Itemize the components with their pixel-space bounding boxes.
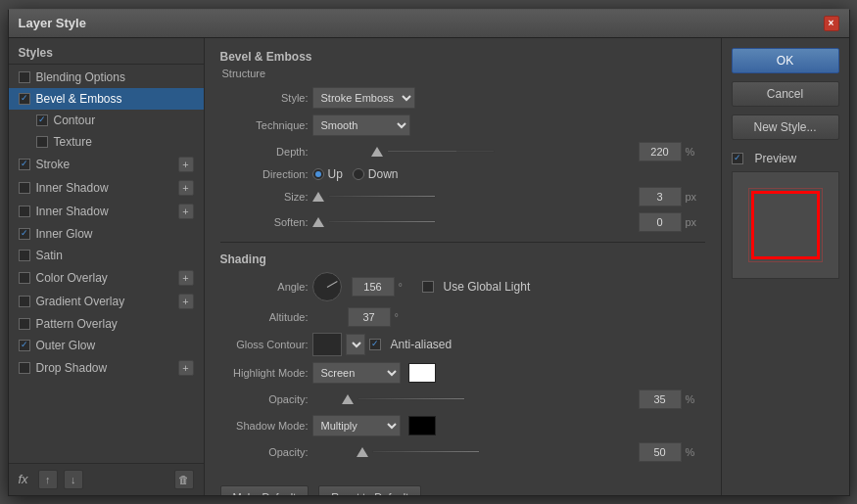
checkbox-color-overlay[interactable] xyxy=(19,272,30,284)
main-section-title: Bevel & Emboss xyxy=(220,50,705,64)
shadow-opacity-thumb[interactable] xyxy=(357,447,368,457)
checkbox-gradient-overlay[interactable] xyxy=(19,296,30,307)
sidebar-item-blending-options[interactable]: Blending Options xyxy=(9,67,204,88)
highlight-mode-select[interactable]: Screen xyxy=(312,362,401,384)
preview-label-row: Preview xyxy=(732,152,839,165)
soften-label: Soften: xyxy=(220,216,309,228)
soften-unit: px xyxy=(686,216,705,228)
add-button-inner-shadow-2[interactable]: + xyxy=(178,204,194,219)
depth-slider-thumb[interactable] xyxy=(371,147,383,157)
fx-label: fx xyxy=(19,472,28,486)
style-select[interactable]: Stroke Emboss xyxy=(312,87,415,109)
checkbox-inner-glow[interactable] xyxy=(19,228,30,240)
sidebar-item-inner-shadow-2[interactable]: Inner Shadow+ xyxy=(9,200,204,223)
anti-aliased-checkbox[interactable] xyxy=(369,339,381,350)
shadow-color-swatch[interactable] xyxy=(408,416,436,435)
preview-canvas xyxy=(732,171,839,279)
technique-select[interactable]: Smooth xyxy=(312,115,410,136)
checkbox-inner-shadow[interactable] xyxy=(19,182,30,194)
depth-slider-track[interactable] xyxy=(387,150,495,153)
delete-button[interactable]: 🗑 xyxy=(174,470,194,489)
highlight-opacity-label: Opacity: xyxy=(220,393,309,405)
sidebar-item-drop-shadow[interactable]: Drop Shadow+ xyxy=(9,356,204,380)
shadow-opacity-slider-container xyxy=(312,447,635,457)
highlight-mode-row: Highlight Mode: Screen xyxy=(220,362,705,384)
highlight-color-swatch[interactable] xyxy=(408,363,436,383)
size-slider-track[interactable] xyxy=(328,195,436,198)
checkbox-inner-shadow-2[interactable] xyxy=(19,206,30,217)
ok-button[interactable]: OK xyxy=(732,48,839,73)
preview-checkbox[interactable] xyxy=(732,153,743,164)
close-button[interactable]: × xyxy=(824,16,839,31)
checkbox-contour[interactable] xyxy=(36,115,48,126)
sidebar-item-label-bevel-emboss: Bevel & Emboss xyxy=(36,92,122,106)
contour-line xyxy=(313,342,341,354)
contour-preview[interactable] xyxy=(312,333,342,356)
highlight-mode-label: Highlight Mode: xyxy=(220,367,309,379)
soften-input[interactable]: 0 xyxy=(639,212,682,232)
depth-input[interactable]: 220 xyxy=(639,142,682,161)
soften-slider-container xyxy=(312,217,635,227)
shadow-opacity-track[interactable] xyxy=(372,450,480,453)
sidebar-item-satin[interactable]: Satin xyxy=(9,245,204,266)
direction-row: Direction: Up Down xyxy=(220,167,705,181)
shadow-mode-select[interactable]: Multiply xyxy=(312,415,401,436)
direction-up-radio[interactable] xyxy=(312,168,324,180)
size-slider-container xyxy=(312,192,635,202)
shadow-opacity-unit: % xyxy=(686,446,705,458)
contour-dropdown[interactable]: ▼ xyxy=(346,334,365,355)
reset-default-button[interactable]: Reset to Default xyxy=(318,485,421,495)
sidebar-item-inner-glow[interactable]: Inner Glow xyxy=(9,223,204,245)
highlight-opacity-input[interactable]: 35 xyxy=(639,389,682,409)
use-global-light-checkbox[interactable] xyxy=(422,281,434,293)
make-default-button[interactable]: Make Default xyxy=(220,485,309,495)
add-button-color-overlay[interactable]: + xyxy=(178,270,194,286)
move-up-button[interactable]: ↑ xyxy=(38,470,58,489)
technique-row: Technique: Smooth xyxy=(220,115,705,136)
angle-input[interactable]: 156 xyxy=(352,277,395,297)
highlight-opacity-thumb[interactable] xyxy=(342,394,354,404)
checkbox-texture[interactable] xyxy=(36,136,48,148)
sidebar-item-gradient-overlay[interactable]: Gradient Overlay+ xyxy=(9,290,204,313)
add-button-stroke[interactable]: + xyxy=(178,157,194,172)
checkbox-pattern-overlay[interactable] xyxy=(19,318,30,330)
add-button-inner-shadow[interactable]: + xyxy=(178,180,194,196)
sidebar-item-bevel-emboss[interactable]: Bevel & Emboss xyxy=(9,88,204,110)
checkbox-stroke[interactable] xyxy=(19,159,30,170)
highlight-opacity-track[interactable] xyxy=(357,397,465,400)
sidebar-item-stroke[interactable]: Stroke+ xyxy=(9,153,204,176)
shadow-opacity-input[interactable]: 50 xyxy=(639,442,682,462)
direction-up-option[interactable]: Up xyxy=(312,167,343,181)
move-down-button[interactable]: ↓ xyxy=(64,470,83,489)
left-panel-footer: fx ↑ ↓ 🗑 xyxy=(9,463,204,495)
altitude-input[interactable]: 37 xyxy=(348,307,391,327)
checkbox-outer-glow[interactable] xyxy=(19,340,30,351)
size-slider-thumb[interactable] xyxy=(312,192,324,202)
sidebar-item-label-outer-glow: Outer Glow xyxy=(36,339,96,352)
size-input[interactable]: 3 xyxy=(639,187,682,206)
dialog-body: Styles Blending OptionsBevel & EmbossCon… xyxy=(9,38,849,495)
checkbox-bevel-emboss[interactable] xyxy=(19,93,30,105)
highlight-opacity-slider-container xyxy=(312,394,635,404)
sidebar-item-label-satin: Satin xyxy=(36,249,63,262)
sidebar-item-label-color-overlay: Color Overlay xyxy=(36,271,108,285)
direction-down-radio[interactable] xyxy=(353,168,364,180)
soften-slider-track[interactable] xyxy=(328,220,436,223)
sidebar-item-color-overlay[interactable]: Color Overlay+ xyxy=(9,266,204,290)
checkbox-drop-shadow[interactable] xyxy=(19,362,30,374)
angle-circle[interactable] xyxy=(312,272,342,301)
add-button-gradient-overlay[interactable]: + xyxy=(178,294,194,309)
preview-section: Preview xyxy=(732,152,839,279)
new-style-button[interactable]: New Style... xyxy=(732,115,839,140)
add-button-drop-shadow[interactable]: + xyxy=(178,360,194,376)
sidebar-item-inner-shadow[interactable]: Inner Shadow+ xyxy=(9,176,204,200)
sidebar-item-outer-glow[interactable]: Outer Glow xyxy=(9,335,204,356)
sidebar-item-texture[interactable]: Texture xyxy=(9,131,204,153)
sidebar-item-contour[interactable]: Contour xyxy=(9,110,204,131)
direction-down-option[interactable]: Down xyxy=(353,167,399,181)
checkbox-blending-options[interactable] xyxy=(19,71,30,83)
checkbox-satin[interactable] xyxy=(19,250,30,261)
cancel-button[interactable]: Cancel xyxy=(732,81,839,107)
sidebar-item-pattern-overlay[interactable]: Pattern Overlay xyxy=(9,313,204,335)
soften-slider-thumb[interactable] xyxy=(312,217,324,227)
